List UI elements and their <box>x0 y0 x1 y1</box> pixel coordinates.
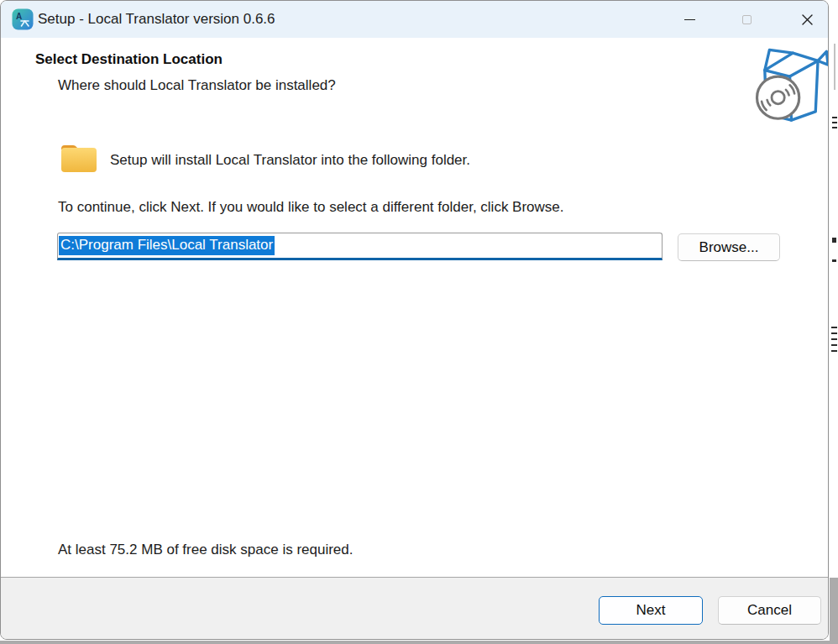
screen-artifact <box>832 122 837 123</box>
instruction-text: To continue, click Next. If you would li… <box>58 199 564 216</box>
page-title: Select Destination Location <box>35 51 223 68</box>
folder-icon <box>60 141 98 175</box>
path-selected-text: C:\Program Files\Local Translator <box>59 236 275 255</box>
install-info-text: Setup will install Local Translator into… <box>110 152 470 169</box>
titlebar: A Setup - Local Translator version 0.6.6 <box>1 1 828 38</box>
desktop-edge-right <box>830 578 838 644</box>
svg-text:A: A <box>16 12 22 21</box>
screen-artifact <box>831 344 837 346</box>
desktop-edge-bottom <box>0 641 838 644</box>
page-subtitle: Where should Local Translator be install… <box>58 77 336 94</box>
setup-window: A Setup - Local Translator version 0.6.6 <box>0 0 829 640</box>
minimize-icon <box>684 19 695 20</box>
disk-space-note: At least 75.2 MB of free disk space is r… <box>58 542 354 558</box>
maximize-icon <box>742 15 752 24</box>
screen-artifact <box>832 127 837 128</box>
screen-artifact <box>831 350 837 352</box>
screen-artifact <box>834 44 835 90</box>
translator-app-icon: A <box>12 8 34 30</box>
footer-bar: Next Cancel <box>1 577 828 639</box>
browse-button[interactable]: Browse... <box>678 233 780 261</box>
screen-artifact <box>832 259 836 262</box>
close-icon <box>801 13 814 26</box>
minimize-button[interactable] <box>670 5 709 34</box>
cancel-button[interactable]: Cancel <box>718 596 821 625</box>
screen-artifact <box>832 117 837 118</box>
next-button[interactable]: Next <box>599 596 703 625</box>
screen: A Setup - Local Translator version 0.6.6 <box>0 0 838 644</box>
content-area: Select Destination Location Where should… <box>1 38 828 579</box>
screen-artifact <box>831 338 837 340</box>
destination-path-input[interactable]: C:\Program Files\Local Translator <box>57 233 663 260</box>
software-box-disc-icon <box>752 41 829 124</box>
window-title: Setup - Local Translator version 0.6.6 <box>38 1 275 38</box>
screen-artifact <box>831 332 837 334</box>
maximize-button <box>727 5 766 34</box>
screen-artifact <box>832 238 836 243</box>
close-button[interactable] <box>788 5 826 34</box>
screen-artifact <box>831 327 837 328</box>
